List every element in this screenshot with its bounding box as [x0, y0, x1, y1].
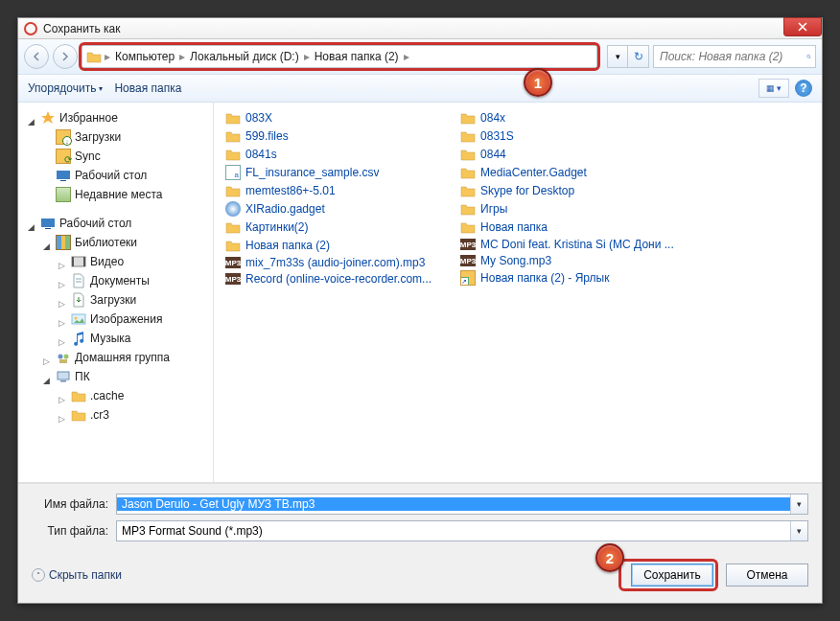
- expand-icon[interactable]: [58, 296, 67, 305]
- file-item[interactable]: MP3Record (online-voice-recorder.com...: [225, 272, 432, 286]
- file-item[interactable]: 0841s: [225, 147, 432, 162]
- new-folder-button[interactable]: Новая папка: [114, 81, 181, 95]
- file-item[interactable]: XIRadio.gadget: [225, 201, 432, 217]
- view-options-button[interactable]: ▦ ▾: [758, 79, 789, 98]
- file-item[interactable]: FL_insurance_sample.csv: [225, 165, 432, 180]
- tree-item[interactable]: .cr3: [22, 405, 209, 425]
- tree-item[interactable]: .cache: [22, 386, 209, 405]
- file-item[interactable]: MP3mix_7m33s (audio-joiner.com).mp3: [225, 256, 432, 269]
- music-icon: [71, 331, 86, 346]
- expand-icon[interactable]: [58, 392, 67, 401]
- tree-item-label: Музыка: [90, 332, 130, 345]
- file-item[interactable]: Новая папка (2): [225, 238, 432, 253]
- tree-item[interactable]: Недавние места: [22, 185, 209, 204]
- file-item[interactable]: 084x: [460, 110, 674, 126]
- expand-icon[interactable]: [58, 411, 67, 420]
- tree-item[interactable]: Документы: [22, 271, 209, 290]
- file-item[interactable]: 0831S: [460, 128, 674, 144]
- folder-tree[interactable]: ИзбранноеЗагрузкиSyncРабочий столНедавни…: [18, 103, 214, 482]
- document-icon: [71, 273, 86, 288]
- file-item[interactable]: MP3MC Doni feat. Kristina Si (МС Дони ..…: [460, 238, 674, 251]
- chevron-down-icon: ▾: [797, 526, 802, 536]
- mp3-file-icon: MP3: [460, 239, 476, 250]
- file-name: Новая папка (2) - Ярлык: [480, 271, 609, 285]
- file-item[interactable]: 0844: [460, 147, 674, 162]
- expand-icon[interactable]: [43, 354, 52, 362]
- tree-item[interactable]: Изображения: [22, 310, 209, 329]
- folder-icon: [460, 183, 476, 198]
- file-item[interactable]: memtest86+-5.01: [225, 183, 432, 198]
- history-dropdown-button[interactable]: ▾: [607, 45, 628, 68]
- cancel-button[interactable]: Отмена: [726, 564, 808, 586]
- refresh-button[interactable]: ↻: [628, 45, 649, 68]
- expand-icon[interactable]: [43, 239, 52, 247]
- folder-icon: [460, 147, 476, 162]
- tree-item[interactable]: Загрузки: [22, 127, 209, 147]
- folder-icon: [71, 388, 86, 403]
- tree-item[interactable]: Библиотеки: [22, 233, 209, 252]
- chevron-right-icon: ▸: [404, 50, 409, 63]
- file-item[interactable]: MP3My Song.mp3: [460, 254, 674, 267]
- folder-icon: [225, 183, 241, 198]
- filetype-select[interactable]: MP3 Format Sound (*.mp3) ▾: [116, 520, 808, 541]
- organize-button[interactable]: Упорядочить ▾: [28, 81, 103, 95]
- search-input[interactable]: [658, 49, 806, 64]
- expand-icon[interactable]: [58, 315, 67, 324]
- breadcrumb-segment[interactable]: Компьютер: [113, 50, 176, 63]
- expand-icon[interactable]: [43, 373, 52, 381]
- svg-rect-2: [57, 171, 70, 179]
- expand-icon[interactable]: [58, 258, 67, 266]
- expand-icon[interactable]: [28, 114, 36, 123]
- forward-button[interactable]: [53, 44, 78, 69]
- search-box[interactable]: [653, 45, 816, 68]
- filetype-label: Тип файла:: [32, 524, 108, 538]
- help-button[interactable]: ?: [795, 80, 812, 97]
- downloads-folder-icon: [56, 129, 71, 145]
- tree-item[interactable]: Загрузки: [22, 290, 209, 310]
- file-name: 0831S: [480, 129, 514, 143]
- breadcrumb-segment[interactable]: Новая папка (2): [313, 50, 401, 63]
- file-item[interactable]: 083X: [225, 110, 432, 126]
- filename-value[interactable]: Jason Derulo - Get Ugly МУЗ ТВ.mp3: [117, 497, 790, 511]
- expand-icon[interactable]: [28, 219, 36, 228]
- file-item[interactable]: Картинки(2): [225, 219, 432, 235]
- arrow-left-icon: [32, 52, 41, 61]
- file-item[interactable]: Новая папка (2) - Ярлык: [460, 270, 674, 286]
- tree-item[interactable]: Sync: [22, 147, 209, 166]
- close-button[interactable]: [783, 17, 822, 36]
- tree-item-label: Видео: [90, 255, 124, 268]
- breadcrumb-segment[interactable]: Локальный диск (D:): [188, 50, 301, 63]
- file-item[interactable]: 599.files: [225, 128, 432, 144]
- file-item[interactable]: Skype for Desktop: [460, 183, 674, 198]
- annotation-badge-1: 1: [524, 68, 552, 97]
- tree-item[interactable]: Рабочий стол: [22, 166, 209, 185]
- folder-icon: [225, 219, 241, 235]
- file-item[interactable]: Игры: [460, 201, 674, 217]
- save-button[interactable]: Сохранить: [631, 564, 713, 586]
- filetype-dropdown-button[interactable]: ▾: [790, 521, 807, 540]
- file-name: 0841s: [245, 148, 277, 161]
- file-item[interactable]: MediaCenter.Gadget: [460, 165, 674, 180]
- organize-label: Упорядочить: [28, 81, 96, 95]
- gadget-icon: [225, 201, 241, 217]
- filename-dropdown-button[interactable]: ▾: [790, 494, 807, 514]
- tree-item-label: Домашняя группа: [75, 351, 170, 364]
- tree-item[interactable]: Рабочий стол: [22, 214, 209, 233]
- file-list[interactable]: 083X599.files0841sFL_insurance_sample.cs…: [214, 103, 822, 482]
- file-name: 084x: [480, 111, 505, 125]
- tree-item[interactable]: Музыка: [22, 329, 209, 348]
- back-button[interactable]: [24, 44, 49, 69]
- hide-folders-button[interactable]: ˄ Скрыть папки: [32, 568, 122, 582]
- filename-input[interactable]: Jason Derulo - Get Ugly МУЗ ТВ.mp3 ▾: [116, 494, 808, 515]
- tree-item[interactable]: Домашняя группа: [22, 348, 209, 367]
- tree-item[interactable]: Избранное: [22, 108, 209, 127]
- file-item[interactable]: Новая папка: [460, 219, 674, 235]
- tree-item[interactable]: ПК: [22, 367, 209, 386]
- tree-item[interactable]: Видео: [22, 252, 209, 271]
- expand-icon[interactable]: [58, 277, 67, 286]
- file-name: mix_7m33s (audio-joiner.com).mp3: [245, 256, 425, 269]
- expand-icon[interactable]: [58, 334, 67, 343]
- address-bar[interactable]: ▸ Компьютер ▸ Локальный диск (D:) ▸ Нова…: [82, 45, 597, 68]
- video-icon: [71, 254, 86, 269]
- mp3-file-icon: MP3: [225, 257, 241, 268]
